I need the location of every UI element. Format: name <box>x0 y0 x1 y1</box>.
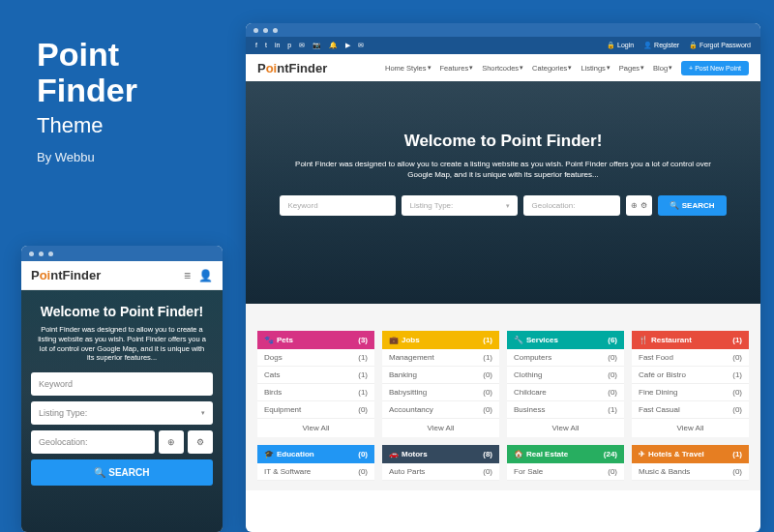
category-row[interactable]: Equipment(0) <box>257 401 374 419</box>
category-row[interactable]: Auto Parts(0) <box>382 463 499 481</box>
hero-heading: Welcome to Point Finder! <box>269 132 737 151</box>
gear-icon[interactable]: ⚙ <box>188 430 213 454</box>
category-row[interactable]: Café or Bistro(1) <box>632 367 749 384</box>
desktop-preview: ftinp✉📷🔔▶✉ 🔒 Login 👤 Register 🔒 Forgot P… <box>246 23 760 532</box>
gear-icon[interactable]: ⚙ <box>640 201 647 210</box>
title-line2: Finder <box>37 73 137 108</box>
geo-input[interactable]: Geolocation: <box>523 195 620 216</box>
title-sub: Theme <box>37 113 137 138</box>
category-card: 🐾Pets(3)Dogs(1)Cats(1)Birds(1)Equipment(… <box>257 331 374 437</box>
category-row[interactable]: Clothing(0) <box>507 367 624 384</box>
keyword-input[interactable]: Keyword <box>31 372 213 396</box>
social-icon[interactable]: ▶ <box>345 42 350 49</box>
category-row[interactable]: Banking(0) <box>382 367 499 384</box>
category-card: 🔧Services(6)Computers(0)Clothing(0)Child… <box>507 331 624 437</box>
mobile-browser-bar <box>21 246 223 261</box>
listing-select[interactable]: Listing Type:▾ <box>402 195 518 216</box>
category-header[interactable]: 🔧Services(6) <box>507 331 624 349</box>
login-link[interactable]: 🔒 Login <box>607 42 634 49</box>
category-row[interactable]: Childcare(0) <box>507 384 624 401</box>
category-card: 🍴Restaurant(1)Fast Food(0)Café or Bistro… <box>632 331 749 437</box>
nav-item[interactable]: Features ▾ <box>440 64 474 73</box>
mobile-preview: PointFinder ≡ 👤 Welcome to Point Finder!… <box>21 246 223 532</box>
promo-title: Point Finder Theme By Webbu <box>37 37 137 164</box>
locate-icon[interactable]: ⊕ <box>159 430 184 454</box>
category-card: 💼Jobs(1)Management(1)Banking(0)Babysitti… <box>382 331 499 437</box>
social-icons: ftinp✉📷🔔▶✉ <box>255 42 364 49</box>
category-header[interactable]: 🚗Motors(8) <box>382 445 499 463</box>
hero: Welcome to Point Finder! Point Finder wa… <box>246 81 760 304</box>
post-button[interactable]: + Post New Point <box>681 61 749 75</box>
search-button[interactable]: 🔍 SEARCH <box>31 459 213 486</box>
nav-item[interactable]: Categories ▾ <box>532 64 572 73</box>
category-row[interactable]: Music & Bands(0) <box>632 463 749 481</box>
category-row[interactable]: Management(1) <box>382 349 499 367</box>
title-line1: Point <box>37 37 137 73</box>
nav-item[interactable]: Listings ▾ <box>580 64 610 73</box>
social-icon[interactable]: ✉ <box>358 42 364 49</box>
social-icon[interactable]: ✉ <box>299 42 305 49</box>
category-row[interactable]: Accountancy(0) <box>382 401 499 419</box>
category-row[interactable]: Cats(1) <box>257 367 374 384</box>
category-row[interactable]: Fine Dining(0) <box>632 384 749 401</box>
category-row[interactable]: Dogs(1) <box>257 349 374 367</box>
category-card: ✈Hotels & Travel(1)Music & Bands(0) <box>632 445 749 481</box>
social-icon[interactable]: 📷 <box>313 42 321 49</box>
nav-item[interactable]: Pages ▾ <box>619 64 644 73</box>
search-button[interactable]: 🔍 SEARCH <box>658 195 726 216</box>
forgot-link[interactable]: 🔒 Forgot Password <box>689 42 751 49</box>
category-header[interactable]: 🍴Restaurant(1) <box>632 331 749 349</box>
categories-grid: 🐾Pets(3)Dogs(1)Cats(1)Birds(1)Equipment(… <box>246 304 760 490</box>
nav-item[interactable]: Blog ▾ <box>653 64 672 73</box>
desktop-browser-bar <box>246 23 760 37</box>
navbar: PointFinder Home Styles ▾Features ▾Short… <box>246 54 760 81</box>
category-header[interactable]: 💼Jobs(1) <box>382 331 499 349</box>
keyword-input[interactable]: Keyword <box>280 195 396 216</box>
topbar: ftinp✉📷🔔▶✉ 🔒 Login 👤 Register 🔒 Forgot P… <box>246 37 760 54</box>
category-row[interactable]: Fast Casual(0) <box>632 401 749 419</box>
category-row[interactable]: Birds(1) <box>257 384 374 401</box>
logo[interactable]: PointFinder <box>31 268 101 282</box>
category-card: 🎓Education(0)IT & Software(0) <box>257 445 374 481</box>
category-header[interactable]: ✈Hotels & Travel(1) <box>632 445 749 463</box>
category-header[interactable]: 🎓Education(0) <box>257 445 374 463</box>
view-all-link[interactable]: View All <box>632 419 749 437</box>
mobile-hero: Welcome to Point Finder! Point Finder wa… <box>21 290 223 532</box>
mobile-desc: Point Finder was designed to allow you t… <box>31 325 213 363</box>
register-link[interactable]: 👤 Register <box>643 42 679 49</box>
category-row[interactable]: Fast Food(0) <box>632 349 749 367</box>
nav-item[interactable]: Shortcodes ▾ <box>482 64 523 73</box>
social-icon[interactable]: 🔔 <box>329 42 338 49</box>
social-icon[interactable]: t <box>265 42 267 49</box>
view-all-link[interactable]: View All <box>507 419 624 437</box>
menu-icon[interactable]: ≡ <box>184 269 191 282</box>
category-row[interactable]: Business(1) <box>507 401 624 419</box>
category-card: 🚗Motors(8)Auto Parts(0) <box>382 445 499 481</box>
view-all-link[interactable]: View All <box>257 419 374 437</box>
geo-input[interactable]: Geolocation: <box>31 430 155 454</box>
nav-item[interactable]: Home Styles ▾ <box>385 64 432 73</box>
category-row[interactable]: IT & Software(0) <box>257 463 374 481</box>
category-card: 🏠Real Estate(24)For Sale(0) <box>507 445 624 481</box>
logo[interactable]: PointFinder <box>257 61 327 75</box>
title-by: By Webbu <box>37 150 137 164</box>
category-header[interactable]: 🐾Pets(3) <box>257 331 374 349</box>
category-header[interactable]: 🏠Real Estate(24) <box>507 445 624 463</box>
social-icon[interactable]: f <box>255 42 257 49</box>
nav-menu: Home Styles ▾Features ▾Shortcodes ▾Categ… <box>385 61 749 75</box>
hero-desc: Point Finder was designed to allow you t… <box>269 159 737 180</box>
user-icon[interactable]: 👤 <box>198 269 213 282</box>
category-row[interactable]: Babysitting(0) <box>382 384 499 401</box>
view-all-link[interactable]: View All <box>382 419 499 437</box>
mobile-header: PointFinder ≡ 👤 <box>21 261 223 290</box>
social-icon[interactable]: in <box>275 42 280 49</box>
locate-icon[interactable]: ⊕ <box>631 201 638 210</box>
category-row[interactable]: Computers(0) <box>507 349 624 367</box>
category-row[interactable]: For Sale(0) <box>507 463 624 481</box>
mobile-heading: Welcome to Point Finder! <box>31 304 213 319</box>
social-icon[interactable]: p <box>287 42 291 49</box>
listing-select[interactable]: Listing Type:▾ <box>31 401 213 425</box>
